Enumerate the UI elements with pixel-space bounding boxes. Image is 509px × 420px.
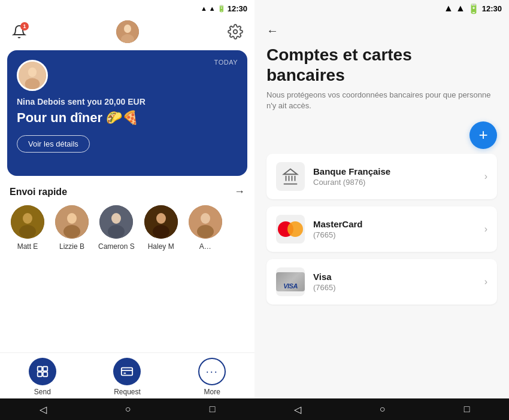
svg-point-8: [23, 213, 32, 224]
bank-detail-visa: (7665): [313, 283, 484, 292]
android-nav-left: ◁ ○ □: [0, 398, 255, 420]
back-button-right[interactable]: ←: [266, 17, 278, 40]
bank-detail-banque-francaise: Courant (9876): [313, 178, 484, 187]
time-right: 12:30: [482, 4, 502, 13]
home-button-left[interactable]: ○: [125, 404, 131, 415]
contact-matt[interactable]: Matt E: [10, 205, 46, 251]
svg-rect-26: [122, 368, 132, 376]
notification-bell[interactable]: 1: [10, 22, 29, 41]
send-label: Send: [34, 388, 51, 396]
wifi-icon: ▲: [201, 5, 207, 12]
mastercard-logo: [278, 221, 303, 238]
extra-avatar-img: [189, 205, 222, 239]
contact-name-extra: A…: [199, 242, 211, 251]
signal-icon-right: ▲: [456, 3, 465, 14]
hero-card: TODAY Nina Debois sent you 20,00 EUR Pou…: [7, 50, 247, 176]
nav-send[interactable]: Send: [29, 358, 56, 396]
svg-point-12: [63, 225, 80, 238]
contact-lizzie[interactable]: Lizzie B: [54, 205, 90, 251]
today-label: TODAY: [214, 59, 238, 66]
contact-haley[interactable]: Haley M: [143, 205, 179, 251]
bank-card-banque-francaise[interactable]: Banque Française Courant (9876) ›: [266, 154, 497, 199]
contact-cameron[interactable]: Cameron S: [98, 205, 135, 251]
chevron-right-visa: ›: [484, 276, 487, 287]
quick-send-header: Envoi rapide →: [10, 185, 245, 198]
cameron-avatar-img: [99, 205, 133, 239]
svg-point-9: [19, 225, 36, 238]
back-button-right-android[interactable]: ◁: [294, 404, 301, 415]
contact-avatar-cameron: [99, 205, 133, 239]
bank-info-mastercard: MasterCard (7665): [313, 219, 484, 239]
contact-avatar-lizzie: [55, 205, 89, 239]
contacts-row: Matt E Lizzie B: [10, 205, 245, 251]
recents-button-right[interactable]: □: [464, 404, 470, 415]
contact-avatar-extra: [189, 205, 222, 239]
bank-info-visa: Visa (7665): [313, 272, 484, 292]
more-icon-circle: ···: [198, 358, 226, 385]
sent-verb: sent you: [68, 97, 102, 106]
contact-avatar-matt: [11, 205, 44, 239]
bank-card-visa[interactable]: VISA Visa (7665) ›: [266, 259, 497, 305]
bank-card-mastercard[interactable]: MasterCard (7665) ›: [266, 206, 497, 252]
battery-icon-right: 🔋: [468, 3, 480, 14]
bank-info-banque-francaise: Banque Française Courant (9876): [313, 166, 484, 187]
quick-send-section: Envoi rapide → Matt E: [0, 178, 255, 255]
battery-icon: 🔋: [217, 5, 226, 13]
bank-name-mastercard: MasterCard: [313, 219, 484, 229]
lizzie-avatar-img: [55, 205, 89, 239]
left-panel: ▲ ▲ 🔋 12:30 1: [0, 0, 255, 420]
page-subtitle: Nous protégeons vos coordonnées bancaire…: [266, 90, 497, 111]
haley-avatar-img: [144, 205, 178, 239]
nav-request[interactable]: Request: [113, 358, 141, 396]
page-title-line2: bancaires: [266, 66, 345, 84]
request-label: Request: [114, 388, 141, 396]
page-title: Comptes et cartes bancaires: [266, 45, 497, 85]
bank-name-visa: Visa: [313, 272, 484, 282]
svg-point-17: [156, 213, 166, 224]
contact-name-lizzie: Lizzie B: [59, 242, 84, 251]
sender-avatar-image: [19, 60, 46, 91]
bank-detail-mastercard: (7665): [313, 230, 484, 239]
svg-point-6: [25, 78, 40, 89]
svg-rect-25: [43, 372, 47, 376]
quick-send-arrow[interactable]: →: [234, 185, 245, 198]
bank-icon-banque: [276, 162, 305, 191]
svg-point-3: [234, 30, 238, 34]
svg-point-5: [28, 68, 37, 77]
send-icon-circle: [29, 358, 56, 385]
right-panel: ▲ ▲ 🔋 12:30 ← Comptes et cartes bancaire…: [255, 0, 509, 420]
quick-send-title: Envoi rapide: [10, 187, 67, 197]
back-button-left[interactable]: ◁: [40, 404, 47, 415]
svg-rect-24: [38, 372, 42, 376]
sender-name: Nina Debois: [17, 97, 65, 106]
contact-name-haley: Haley M: [148, 242, 174, 251]
add-account-button[interactable]: +: [469, 121, 497, 149]
sent-text: Nina Debois sent you 20,00 EUR: [17, 97, 238, 106]
settings-icon[interactable]: [226, 22, 245, 41]
more-label: More: [204, 388, 220, 396]
bottom-nav: Send Request ··· More: [0, 352, 255, 398]
nav-more[interactable]: ··· More: [198, 358, 226, 396]
bank-building-icon: [281, 168, 299, 185]
request-icon-circle: [113, 358, 141, 385]
recents-button-left[interactable]: □: [210, 404, 216, 415]
svg-rect-23: [43, 367, 47, 371]
status-bar-left: ▲ ▲ 🔋 12:30: [0, 0, 255, 17]
visa-logo-text: VISA: [283, 282, 298, 290]
home-button-right[interactable]: ○: [380, 404, 386, 415]
android-nav-right: ◁ ○ □: [255, 398, 509, 420]
chevron-right-mastercard: ›: [484, 224, 487, 235]
user-avatar-header[interactable]: [116, 20, 139, 43]
contact-extra[interactable]: A…: [187, 205, 223, 251]
contact-name-cameron: Cameron S: [98, 242, 135, 251]
details-button[interactable]: Voir les détails: [17, 135, 90, 153]
wifi-icon-right: ▲: [444, 3, 453, 14]
signal-icon: ▲: [209, 5, 216, 12]
notification-badge: 1: [20, 22, 29, 31]
matt-avatar-img: [11, 205, 44, 239]
bank-name-banque-francaise: Banque Française: [313, 166, 484, 176]
svg-point-14: [111, 213, 121, 224]
page-title-line1: Comptes et cartes: [266, 45, 412, 64]
signal-icons-left: ▲ ▲ 🔋 12:30: [201, 4, 247, 13]
sent-amount: 20,00 EUR: [104, 97, 145, 106]
